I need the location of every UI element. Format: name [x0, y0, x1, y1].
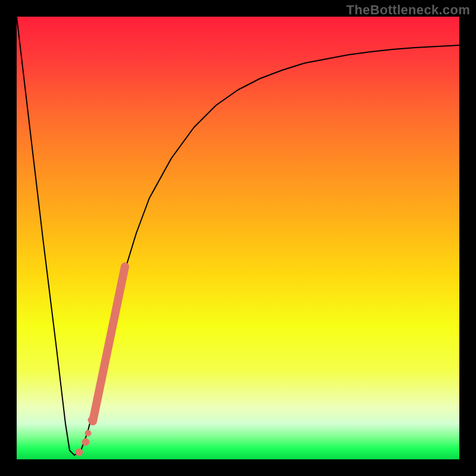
plot-area: [17, 17, 459, 459]
marker-dot: [76, 449, 83, 456]
marker-dot: [85, 430, 91, 436]
marker-dot: [82, 439, 89, 446]
highlight-segment: [93, 267, 125, 421]
marker-dot: [88, 416, 95, 424]
watermark-text: TheBottleneck.com: [346, 2, 470, 18]
highlight-markers: [76, 267, 125, 456]
chart-frame: TheBottleneck.com: [0, 0, 476, 476]
chart-svg: [17, 17, 459, 459]
bottleneck-curve: [17, 17, 459, 455]
